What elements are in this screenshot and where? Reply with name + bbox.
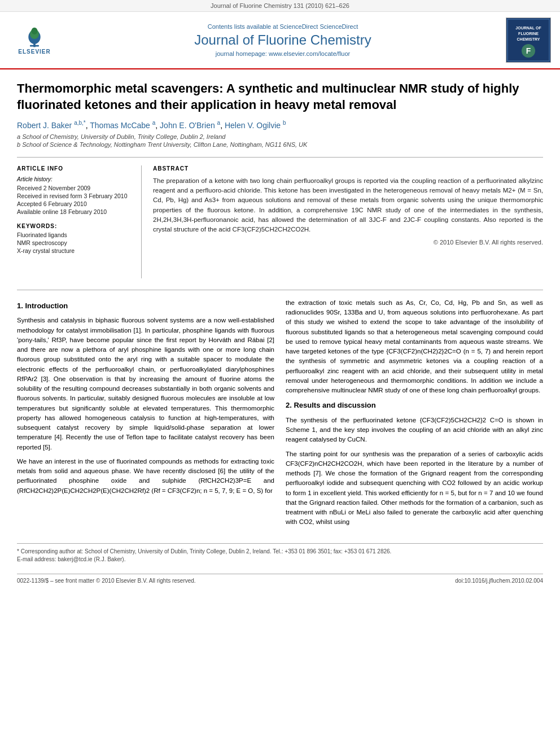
contents-link: Contents lists available at ScienceDirec… (65, 23, 500, 30)
footnote-email: E-mail address: bakerj@tcd.ie (R.J. Bake… (17, 556, 543, 562)
elsevier-tree-icon (20, 26, 49, 49)
svg-point-3 (32, 27, 38, 34)
vertical-divider (141, 165, 142, 278)
accepted-date: Accepted 6 February 2010 (17, 200, 130, 207)
sciencedirect-link[interactable]: ScienceDirect (320, 23, 358, 30)
journal-reference: Journal of Fluorine Chemistry 131 (2010)… (0, 0, 560, 12)
abstract-panel: ABSTRACT The preparation of a ketone wit… (153, 165, 543, 278)
bottom-bar: 0022-1139/$ – see front matter © 2010 El… (17, 574, 543, 584)
article-info-panel: ARTICLE INFO Article history: Received 2… (17, 165, 130, 278)
affiliation-b: b School of Science & Technology, Nottin… (17, 141, 543, 148)
available-date: Available online 18 February 2010 (17, 208, 130, 215)
article-title: Thermomorphic metal scavengers: A synthe… (17, 81, 543, 113)
article-info-abstract-section: ARTICLE INFO Article history: Received 2… (17, 157, 543, 278)
elsevier-logo: ELSEVIER (9, 23, 60, 57)
keyword-2: NMR spectroscopy (17, 239, 130, 246)
author3: John E. O'Brien (160, 121, 215, 130)
received-date: Received 2 November 2009 (17, 185, 130, 191)
svg-text:JOURNAL OF: JOURNAL OF (515, 26, 541, 30)
authors-line: Robert J. Baker a,b,*, Thomas McCabe a, … (17, 120, 543, 130)
svg-rect-4 (30, 45, 39, 46)
copyright-notice: © 2010 Elsevier B.V. All rights reserved… (153, 239, 543, 246)
affiliations: a School of Chemistry, University of Dub… (17, 133, 543, 148)
results-para1: The synthesis of the perfluorinated keto… (286, 416, 543, 445)
abstract-text: The preparation of a ketone with two lon… (153, 176, 543, 235)
history-heading: Article history: (17, 176, 130, 182)
journal-title: Journal of Fluorine Chemistry (65, 32, 500, 48)
intro-para2: We have an interest in the use of fluori… (17, 457, 274, 496)
svg-text:F: F (526, 46, 531, 55)
issn-text: 0022-1139/$ – see front matter © 2010 El… (17, 578, 196, 584)
intro-para1: Synthesis and catalysis in biphasic fluo… (17, 316, 274, 452)
journal-cover-image: JOURNAL OF FLUORINE CHEMISTRY F (506, 18, 551, 63)
body-left-col: 1. Introduction Synthesis and catalysis … (17, 298, 274, 532)
body-content: 1. Introduction Synthesis and catalysis … (17, 290, 543, 584)
body-right-col: the extraction of toxic metals such as A… (286, 298, 543, 532)
results-heading: 2. Results and discussion (286, 400, 543, 411)
article-container: Thermomorphic metal scavengers: A synthe… (0, 69, 560, 595)
elsevier-text: ELSEVIER (18, 49, 50, 55)
keyword-1: Fluorinated ligands (17, 231, 130, 238)
footnote-star: * Corresponding author at: School of Che… (17, 548, 543, 554)
intro-para3: the extraction of toxic metals such as A… (286, 298, 543, 396)
body-two-col: 1. Introduction Synthesis and catalysis … (17, 298, 543, 532)
svg-text:FLUORINE: FLUORINE (518, 32, 539, 36)
intro-heading: 1. Introduction (17, 300, 274, 312)
keywords-heading: Keywords: (17, 223, 130, 229)
author2: Thomas McCabe (90, 121, 150, 130)
header-center: Contents lists available at ScienceDirec… (65, 23, 500, 57)
affiliation-a: a School of Chemistry, University of Dub… (17, 133, 543, 140)
journal-homepage: journal homepage: www.elsevier.com/locat… (65, 50, 500, 57)
footnote-area: * Corresponding author at: School of Che… (17, 543, 543, 562)
author1: Robert J. Baker (17, 121, 72, 130)
revised-date: Received in revised form 3 February 2010 (17, 193, 130, 199)
journal-ref-text: Journal of Fluorine Chemistry 131 (2010)… (211, 2, 349, 9)
author3-affil: a (217, 120, 221, 126)
author1-affil: a,b,* (74, 120, 86, 126)
author2-affil: a (152, 120, 156, 126)
abstract-heading: ABSTRACT (153, 165, 543, 172)
article-info-heading: ARTICLE INFO (17, 165, 130, 172)
svg-text:CHEMISTRY: CHEMISTRY (517, 37, 540, 41)
author4: Helen V. Ogilvie (225, 121, 281, 130)
journal-header: ELSEVIER Contents lists available at Sci… (0, 12, 560, 69)
keyword-3: X-ray crystal structure (17, 247, 130, 254)
doi-text: doi:10.1016/j.jfluchem.2010.02.004 (455, 578, 543, 584)
results-para2: The starting point for our synthesis was… (286, 449, 543, 527)
author4-affil: b (283, 120, 286, 126)
